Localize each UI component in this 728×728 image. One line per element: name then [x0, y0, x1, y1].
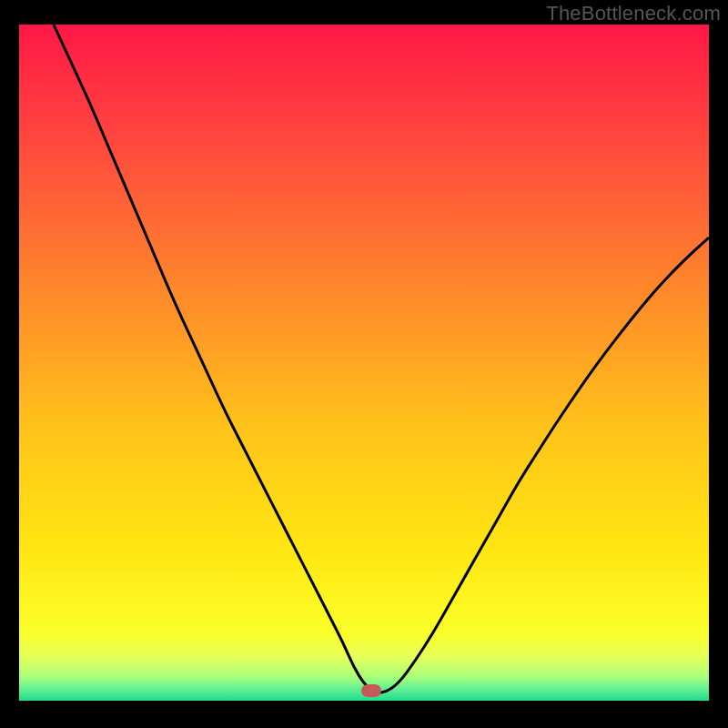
- gradient-background: [19, 25, 709, 701]
- optimal-marker: [361, 684, 381, 697]
- bottleneck-chart: [19, 25, 709, 701]
- chart-frame: TheBottleneck.com: [0, 0, 728, 728]
- watermark-text: TheBottleneck.com: [546, 2, 721, 25]
- plot-area: [19, 25, 709, 701]
